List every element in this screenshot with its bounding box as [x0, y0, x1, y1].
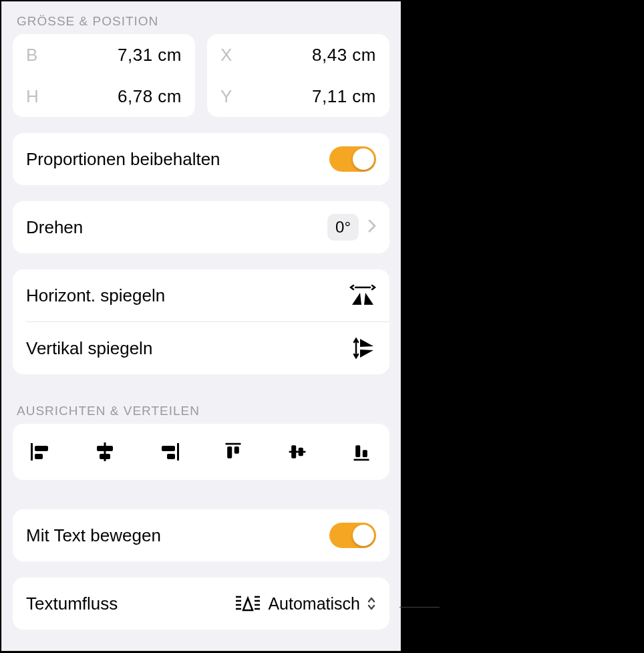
- width-key: B: [26, 45, 37, 66]
- svg-rect-13: [234, 446, 239, 454]
- x-key: X: [220, 45, 232, 66]
- rotate-label: Drehen: [26, 217, 83, 238]
- x-value: 8,43 cm: [312, 45, 376, 66]
- svg-rect-6: [97, 446, 113, 451]
- textwrap-value: Automatisch: [268, 594, 360, 614]
- align-left-button[interactable]: [26, 438, 55, 465]
- rotate-value: 0°: [327, 214, 359, 241]
- svg-rect-16: [299, 448, 303, 456]
- inspector-panel: Größe & Position B 7,31 cm H 6,78 cm X 8…: [1, 1, 401, 651]
- svg-rect-7: [100, 454, 110, 459]
- textwrap-card: Textumfluss Automatisch: [13, 577, 389, 630]
- svg-rect-18: [355, 445, 360, 457]
- y-key: Y: [220, 86, 232, 107]
- rotate-value-group: 0°: [327, 214, 376, 241]
- svg-rect-19: [363, 450, 367, 457]
- height-key: H: [26, 86, 39, 107]
- constrain-label: Proportionen beibehalten: [26, 149, 220, 170]
- constrain-card: Proportionen beibehalten: [13, 133, 389, 185]
- width-field[interactable]: B 7,31 cm: [26, 34, 182, 76]
- position-column: X 8,43 cm Y 7,11 cm: [207, 34, 389, 117]
- align-right-button[interactable]: [154, 438, 184, 465]
- size-position-grid: B 7,31 cm H 6,78 cm X 8,43 cm Y 7,11 cm: [13, 34, 389, 117]
- section-size-position-label: Größe & Position: [17, 14, 389, 29]
- flip-horizontal-label: Horizont. spiegeln: [26, 285, 165, 306]
- align-center-v-button[interactable]: [283, 438, 312, 465]
- rotate-row[interactable]: Drehen 0°: [13, 201, 389, 253]
- callout-line: [399, 607, 440, 608]
- svg-rect-3: [35, 446, 48, 451]
- rotate-card: Drehen 0°: [13, 201, 389, 253]
- svg-rect-11: [226, 443, 241, 445]
- movewithtext-toggle[interactable]: [329, 523, 376, 548]
- textwrap-icon: [234, 594, 261, 613]
- svg-rect-15: [291, 445, 296, 458]
- height-value: 6,78 cm: [118, 86, 182, 107]
- flip-vertical-icon: [349, 337, 376, 360]
- svg-rect-17: [354, 459, 369, 461]
- y-value: 7,11 cm: [312, 86, 376, 107]
- movewithtext-row: Mit Text bewegen: [13, 509, 389, 561]
- movewithtext-label: Mit Text bewegen: [26, 525, 161, 546]
- flip-horizontal-icon: [349, 285, 376, 306]
- align-center-h-button[interactable]: [90, 438, 120, 465]
- svg-rect-8: [177, 443, 179, 461]
- width-value: 7,31 cm: [118, 45, 182, 66]
- textwrap-label: Textumfluss: [26, 594, 118, 614]
- constrain-row: Proportionen beibehalten: [13, 133, 389, 185]
- svg-rect-4: [35, 454, 43, 459]
- svg-rect-10: [167, 454, 175, 459]
- align-bottom-button[interactable]: [347, 438, 376, 465]
- flip-horizontal-row[interactable]: Horizont. spiegeln: [13, 269, 389, 321]
- height-field[interactable]: H 6,78 cm: [26, 76, 182, 117]
- x-field[interactable]: X 8,43 cm: [220, 34, 376, 76]
- flip-vertical-row[interactable]: Vertikal spiegeln: [13, 322, 389, 374]
- size-column: B 7,31 cm H 6,78 cm: [13, 34, 195, 117]
- flip-vertical-label: Vertikal spiegeln: [26, 338, 152, 359]
- movewithtext-card: Mit Text bewegen: [13, 509, 389, 561]
- y-field[interactable]: Y 7,11 cm: [220, 76, 376, 117]
- svg-rect-9: [162, 446, 175, 451]
- constrain-toggle[interactable]: [329, 146, 376, 172]
- section-align-label: Ausrichten & Verteilen: [17, 404, 389, 418]
- align-card: [13, 424, 389, 480]
- flip-card: Horizont. spiegeln Vertikal spiegeln: [13, 269, 389, 374]
- chevron-right-icon: [368, 218, 376, 237]
- svg-rect-2: [31, 443, 33, 461]
- textwrap-row[interactable]: Textumfluss Automatisch: [13, 577, 389, 630]
- svg-rect-12: [227, 446, 232, 459]
- align-top-button[interactable]: [218, 438, 248, 465]
- stepper-icon: [367, 596, 376, 611]
